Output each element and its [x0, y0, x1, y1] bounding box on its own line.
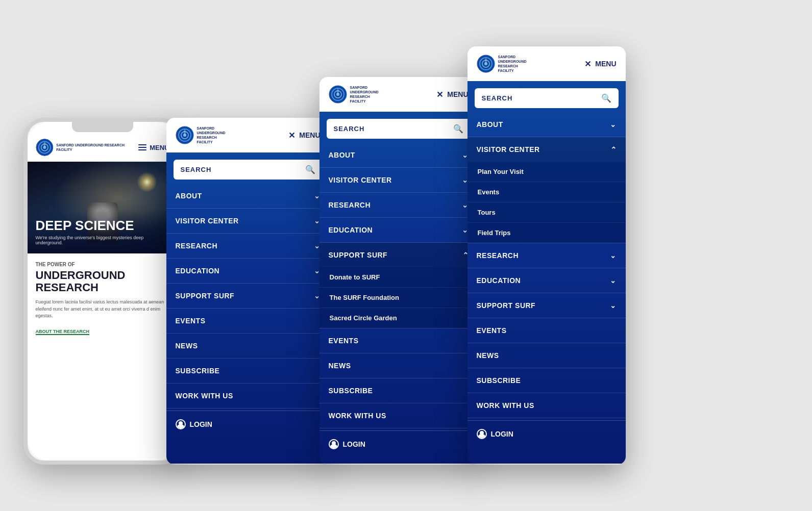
about-item[interactable]: ABOUT ⌄ — [166, 184, 330, 208]
about-item[interactable]: ABOUT ⌄ — [467, 112, 626, 137]
login-row[interactable]: LOGIN — [319, 431, 478, 457]
work-with-us-item[interactable]: WORK WITH US — [319, 403, 478, 428]
menu-item: SUBSCRIBE — [467, 368, 626, 393]
news-item[interactable]: NEWS — [166, 334, 330, 358]
visitor-center-item[interactable]: VISITOR CENTER ⌄ — [166, 209, 330, 233]
work-with-us-item[interactable]: WORK WITH US — [166, 384, 330, 408]
news-item[interactable]: NEWS — [319, 353, 478, 378]
panel3-logo-text: SANFORDUNDERGROUNDRESEARCHFACILITY — [350, 85, 379, 104]
panel4-menu-items: ABOUT ⌄ VISITOR CENTER ⌄ Plan Your Visit… — [467, 112, 626, 418]
menu-item: EDUCATION ⌄ — [319, 218, 478, 243]
research-item[interactable]: RESEARCH ⌄ — [467, 243, 626, 268]
subscribe-item[interactable]: SUBSCRIBE — [166, 359, 330, 383]
events-item[interactable]: EVENTS — [467, 318, 626, 343]
search-icon: 🔍 — [601, 93, 611, 103]
panel3-menu-items: ABOUT ⌄ VISITOR CENTER ⌄ RESEARCH ⌄ — [319, 143, 478, 428]
user-icon — [477, 429, 487, 439]
education-item[interactable]: EDUCATION ⌄ — [319, 218, 478, 242]
menu-item: SUBSCRIBE — [319, 378, 478, 403]
support-surf-item[interactable]: SUPPORT SURF ⌄ — [319, 243, 478, 267]
panel3-close-btn[interactable]: ✕ MENU — [436, 90, 468, 99]
menu-item: WORK WITH US — [166, 384, 330, 408]
search-icon: 🔍 — [453, 124, 463, 134]
panel3-search-bar[interactable]: SEARCH 🔍 — [327, 119, 471, 139]
login-row[interactable]: LOGIN — [467, 421, 626, 447]
support-surf-item[interactable]: SUPPORT SURF ⌄ — [467, 293, 626, 318]
menu-item: EVENTS — [319, 328, 478, 353]
section-label: THE POWER OF — [36, 262, 169, 267]
sacred-circle-item[interactable]: Sacred Circle Garden — [319, 308, 478, 328]
panel3-menu-body: SEARCH 🔍 ABOUT ⌄ VISITOR CENTER ⌄ — [319, 112, 478, 464]
panel4-menu-label: MENU — [595, 60, 616, 68]
close-x-icon: ✕ — [288, 131, 295, 140]
panel2-logo: SANFORDUNDERGROUNDRESEARCHFACILITY — [176, 126, 226, 144]
panel2-menu-label: MENU — [299, 131, 320, 139]
chevron-up-icon: ⌄ — [610, 145, 617, 154]
menu-item: WORK WITH US — [467, 393, 626, 418]
menu-item: ABOUT ⌄ — [467, 112, 626, 137]
hero-title: DEEP SCIENCE — [36, 218, 169, 233]
close-x-icon: ✕ — [436, 90, 443, 99]
subscribe-item[interactable]: SUBSCRIBE — [467, 368, 626, 393]
news-item[interactable]: NEWS — [467, 343, 626, 368]
menu-item: ABOUT ⌄ — [319, 143, 478, 168]
panel3-search-text: SEARCH — [334, 125, 453, 133]
field-trips-item[interactable]: Field Trips — [467, 223, 626, 243]
events-item[interactable]: EVENTS — [319, 328, 478, 353]
about-item[interactable]: ABOUT ⌄ — [319, 143, 478, 167]
menu-item: EDUCATION ⌄ — [166, 259, 330, 284]
panel3-header: SANFORDUNDERGROUNDRESEARCHFACILITY ✕ MEN… — [319, 77, 478, 112]
research-item[interactable]: RESEARCH ⌄ — [319, 193, 478, 217]
user-icon — [329, 439, 339, 449]
subscribe-item[interactable]: SUBSCRIBE — [319, 378, 478, 403]
visitor-center-submenu: Plan Your Visit Events Tours Field Trips — [467, 162, 626, 243]
menu-panel-4: SANFORDUNDERGROUNDRESEARCHFACILITY ✕ MEN… — [467, 46, 626, 465]
panel4-search-bar[interactable]: SEARCH 🔍 — [475, 88, 619, 108]
panel2-close-btn[interactable]: ✕ MENU — [288, 131, 320, 140]
support-surf-submenu: Donate to SURF The SURF Foundation Sacre… — [319, 267, 478, 328]
chevron-down-icon: ⌄ — [610, 251, 617, 260]
tours-item[interactable]: Tours — [467, 202, 626, 223]
donate-to-surf-item[interactable]: Donate to SURF — [319, 267, 478, 288]
menu-item: RESEARCH ⌄ — [166, 234, 330, 259]
panel2-search-text: SEARCH — [181, 166, 305, 173]
hero-image: DEEP SCIENCE We're studying the universe… — [28, 162, 178, 253]
login-label: LOGIN — [190, 420, 212, 428]
support-surf-item[interactable]: SUPPORT SURF ⌄ — [166, 284, 330, 308]
phone1-body: THE POWER OF UNDERGROUND RESEARCH Fuegia… — [28, 253, 178, 461]
menu-item: RESEARCH ⌄ — [319, 193, 478, 218]
panel4-close-btn[interactable]: ✕ MENU — [584, 59, 616, 69]
visitor-center-item[interactable]: VISITOR CENTER ⌄ — [467, 137, 626, 162]
menu-item: RESEARCH ⌄ — [467, 243, 626, 268]
work-with-us-item[interactable]: WORK WITH US — [467, 393, 626, 418]
surf-foundation-item[interactable]: The SURF Foundation — [319, 288, 478, 308]
menu-panel-3: SANFORDUNDERGROUNDRESEARCHFACILITY ✕ MEN… — [319, 77, 478, 465]
menu-item: NEWS — [166, 334, 330, 359]
panel4-search-text: SEARCH — [482, 94, 601, 102]
login-row[interactable]: LOGIN — [166, 411, 330, 438]
panel2-search-bar[interactable]: SEARCH 🔍 — [174, 160, 323, 180]
login-label: LOGIN — [491, 430, 513, 438]
about-link[interactable]: ABOUT THE RESEARCH — [36, 329, 90, 335]
logo-text: SANFORD UNDERGROUND RESEARCH FACILITY — [56, 143, 138, 152]
surf-logo-icon-2 — [176, 126, 194, 144]
panel4-header: SANFORDUNDERGROUNDRESEARCHFACILITY ✕ MEN… — [467, 46, 626, 81]
events-sub-item[interactable]: Events — [467, 182, 626, 202]
close-x-icon: ✕ — [584, 59, 591, 69]
education-item[interactable]: EDUCATION ⌄ — [467, 268, 626, 293]
menu-item: ABOUT ⌄ — [166, 184, 330, 209]
events-item[interactable]: EVENTS — [166, 309, 330, 333]
panel4-logo-text: SANFORDUNDERGROUNDRESEARCHFACILITY — [498, 55, 527, 73]
visitor-center-item[interactable]: VISITOR CENTER ⌄ — [319, 168, 478, 192]
panel4-menu-body: SEARCH 🔍 ABOUT ⌄ VISITOR CENTER ⌄ P — [467, 81, 626, 464]
panel3-logo: SANFORDUNDERGROUNDRESEARCHFACILITY — [329, 85, 379, 104]
chevron-down-icon: ⌄ — [610, 301, 617, 310]
research-item[interactable]: RESEARCH ⌄ — [166, 234, 330, 258]
education-item[interactable]: EDUCATION ⌄ — [166, 259, 330, 283]
menu-button[interactable]: MENU — [138, 144, 169, 151]
plan-your-visit-item[interactable]: Plan Your Visit — [467, 162, 626, 182]
menu-item: VISITOR CENTER ⌄ — [319, 168, 478, 193]
panel4-logo: SANFORDUNDERGROUNDRESEARCHFACILITY — [477, 55, 527, 73]
menu-panel-2: SANFORDUNDERGROUNDRESEARCHFACILITY ✕ MEN… — [166, 118, 330, 465]
hero-overlay: DEEP SCIENCE We're studying the universe… — [28, 210, 178, 253]
